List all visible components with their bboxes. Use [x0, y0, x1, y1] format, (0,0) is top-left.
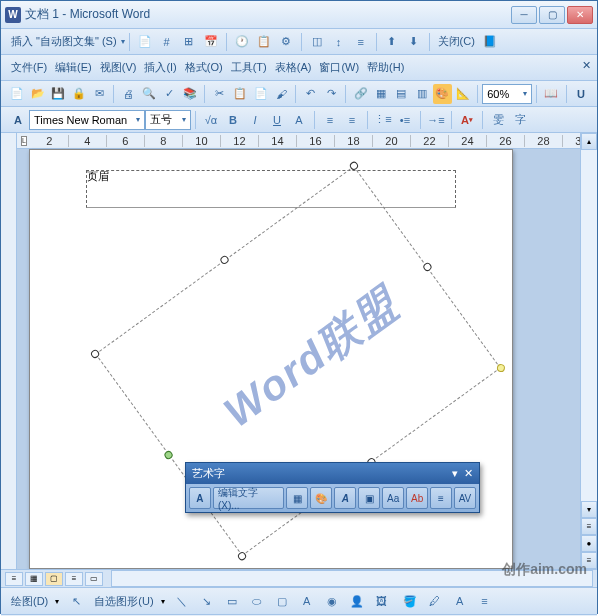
research-icon[interactable]: 📚 — [181, 84, 199, 104]
wa-gallery-icon[interactable]: ▦ — [286, 487, 308, 509]
phonetic-icon[interactable]: 字 — [510, 110, 530, 130]
paste-icon[interactable]: 📄 — [251, 84, 269, 104]
fill-color-icon[interactable]: 🪣 — [400, 591, 420, 611]
underline-u-icon[interactable]: U — [572, 84, 590, 104]
draw-menu[interactable]: 绘图(D) — [7, 592, 52, 611]
mail-icon[interactable]: ✉ — [90, 84, 108, 104]
menu-format[interactable]: 格式(O) — [181, 58, 227, 77]
menu-file[interactable]: 文件(F) — [7, 58, 51, 77]
drawing-icon[interactable]: 🎨 — [433, 84, 451, 104]
wordart-text[interactable]: Word联盟 — [213, 276, 410, 440]
scroll-down-icon[interactable]: ▾ — [581, 501, 597, 518]
hdr-icon-6[interactable]: 📋 — [254, 32, 274, 52]
size-select[interactable]: 五号▾ — [145, 110, 191, 130]
asian-icon[interactable]: 雯 — [488, 110, 508, 130]
menu-view[interactable]: 视图(V) — [96, 58, 141, 77]
eq-icon[interactable]: √α — [201, 110, 221, 130]
hdr-icon-3[interactable]: ⊞ — [179, 32, 199, 52]
underline-icon[interactable]: U — [267, 110, 287, 130]
doc-close-icon[interactable]: ✕ — [579, 58, 593, 72]
bold-icon[interactable]: B — [223, 110, 243, 130]
line-icon[interactable]: ＼ — [172, 591, 192, 611]
view-normal-icon[interactable]: ≡ — [5, 572, 23, 586]
align-center-icon[interactable]: ≡ — [342, 110, 362, 130]
maximize-button[interactable]: ▢ — [539, 6, 565, 24]
italic-icon[interactable]: I — [245, 110, 265, 130]
table-icon[interactable]: ▦ — [372, 84, 390, 104]
wordart-toolbar[interactable]: 艺术字 ▾ ✕ A 编辑文字(X)... ▦ 🎨 A ▣ Aa Ab ≡ AV — [185, 462, 480, 513]
view-outline-icon[interactable]: ≡ — [65, 572, 83, 586]
hdr-icon-2[interactable]: # — [157, 32, 177, 52]
arrow-icon[interactable]: ↘ — [197, 591, 217, 611]
hdr-icon-10[interactable]: ≡ — [351, 32, 371, 52]
close-button[interactable]: ✕ — [567, 6, 593, 24]
browse-next-icon[interactable]: ≡ — [581, 552, 597, 569]
wa-edit-text[interactable]: 编辑文字(X)... — [213, 487, 285, 509]
cut-icon[interactable]: ✂ — [210, 84, 228, 104]
map-icon[interactable]: 📐 — [454, 84, 472, 104]
scroll-up-icon[interactable]: ▴ — [581, 133, 597, 150]
diagram-icon[interactable]: ◉ — [322, 591, 342, 611]
minimize-button[interactable]: ─ — [511, 6, 537, 24]
wordart-toolbar-dd[interactable]: ▾ — [452, 467, 458, 479]
browse-obj-icon[interactable]: ● — [581, 535, 597, 552]
autoshapes-menu[interactable]: 自选图形(U) — [90, 592, 157, 611]
print-icon[interactable]: 🖨 — [119, 84, 137, 104]
font-color2-icon[interactable]: A — [450, 591, 470, 611]
style-icon[interactable]: A — [8, 110, 28, 130]
textbox-icon[interactable]: ▢ — [272, 591, 292, 611]
menu-table[interactable]: 表格(A) — [271, 58, 316, 77]
hdr-icon-4[interactable]: 📅 — [201, 32, 221, 52]
hdr-icon-5[interactable]: 🕐 — [232, 32, 252, 52]
new-icon[interactable]: 📄 — [8, 84, 26, 104]
browse-prev-icon[interactable]: ≡ — [581, 518, 597, 535]
undo-icon[interactable]: ↶ — [301, 84, 319, 104]
wordart-toolbar-close[interactable]: ✕ — [464, 467, 473, 479]
hdr-icon-7[interactable]: ⚙ — [276, 32, 296, 52]
rect-icon[interactable]: ▭ — [222, 591, 242, 611]
clipart-icon[interactable]: 👤 — [347, 591, 367, 611]
open-icon[interactable]: 📂 — [28, 84, 46, 104]
wa-spacing-icon[interactable]: AV — [454, 487, 476, 509]
excel-icon[interactable]: ▤ — [392, 84, 410, 104]
hdr-page-icon[interactable]: 📘 — [480, 32, 500, 52]
hdr-icon-1[interactable]: 📄 — [135, 32, 155, 52]
menu-tools[interactable]: 工具(T) — [227, 58, 271, 77]
save-icon[interactable]: 💾 — [49, 84, 67, 104]
horizontal-scrollbar[interactable] — [111, 570, 593, 587]
indent-icon[interactable]: →≡ — [426, 110, 446, 130]
preview-icon[interactable]: 🔍 — [140, 84, 158, 104]
view-read-icon[interactable]: ▭ — [85, 572, 103, 586]
line-style-icon[interactable]: ≡ — [475, 591, 495, 611]
menu-window[interactable]: 窗口(W) — [315, 58, 363, 77]
header-region[interactable]: 页眉 — [86, 170, 456, 208]
view-web-icon[interactable]: ▦ — [25, 572, 43, 586]
wa-insert-icon[interactable]: A — [189, 487, 211, 509]
zoom-select[interactable]: 60%▾ — [482, 84, 532, 104]
header-close[interactable]: 关闭(C) — [434, 32, 479, 51]
wordart-insert-icon[interactable]: A — [297, 591, 317, 611]
wa-vertical-icon[interactable]: Ab — [406, 487, 428, 509]
hdr-icon-nav2[interactable]: ⬇ — [404, 32, 424, 52]
wa-wrap-icon[interactable]: ▣ — [358, 487, 380, 509]
oval-icon[interactable]: ⬭ — [247, 591, 267, 611]
vertical-scrollbar[interactable]: ▴ ▾ ≡ ● ≡ — [580, 133, 597, 569]
view-print-icon[interactable]: ▢ — [45, 572, 63, 586]
perm-icon[interactable]: 🔒 — [69, 84, 87, 104]
cols-icon[interactable]: ▥ — [413, 84, 431, 104]
menu-edit[interactable]: 编辑(E) — [51, 58, 96, 77]
select-arrow-icon[interactable]: ↖ — [66, 591, 86, 611]
hdr-icon-8[interactable]: ◫ — [307, 32, 327, 52]
hdr-icon-9[interactable]: ↕ — [329, 32, 349, 52]
picture-icon[interactable]: 🖼 — [372, 591, 392, 611]
link-icon[interactable]: 🔗 — [351, 84, 369, 104]
font-color-icon[interactable]: A▾ — [457, 110, 477, 130]
fmt-painter-icon[interactable]: 🖌 — [272, 84, 290, 104]
numbering-icon[interactable]: ⋮≡ — [373, 110, 393, 130]
border-icon[interactable]: A — [289, 110, 309, 130]
line-color-icon[interactable]: 🖊 — [425, 591, 445, 611]
spell-icon[interactable]: ✓ — [160, 84, 178, 104]
align-left-icon[interactable]: ≡ — [320, 110, 340, 130]
wa-same-height-icon[interactable]: Aa — [382, 487, 404, 509]
menu-insert[interactable]: 插入(I) — [140, 58, 180, 77]
